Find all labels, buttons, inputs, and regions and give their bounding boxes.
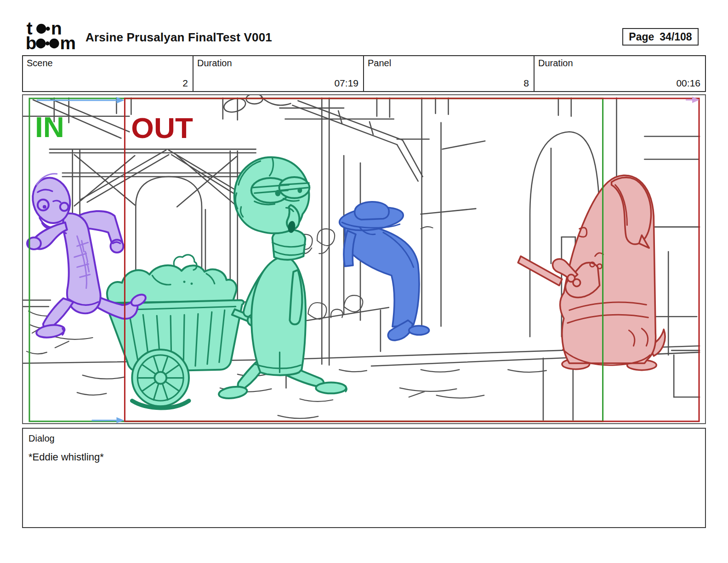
- dialog-text: *Eddie whistling*: [28, 451, 700, 463]
- out-label: OUT: [131, 112, 193, 145]
- logo-dot-large: [49, 39, 59, 48]
- scene-label: Scene: [27, 58, 53, 69]
- customer-figure-blue: [338, 202, 433, 340]
- camera-move-arrow-right: [686, 97, 700, 103]
- logo-dot-large: [36, 39, 46, 48]
- page-label: Page: [629, 31, 654, 43]
- project-title: Arsine Prusalyan FinalTest V001: [85, 30, 272, 45]
- panel-duration-cell: Duration 00:16: [535, 56, 705, 91]
- toonboom-logo-art: t n b m: [25, 21, 80, 51]
- dialog-label: Dialog: [28, 433, 700, 444]
- running-figure-purple: [27, 174, 148, 339]
- panel-duration-label: Duration: [538, 58, 573, 69]
- scene-duration-value: 07:19: [334, 78, 358, 89]
- page-indicator: Page 34/108: [622, 28, 699, 46]
- toonboom-logo: t n b m: [25, 21, 80, 51]
- storyboard-page: t n b m Arsine Prusalyan FinalTest V001 …: [0, 0, 728, 563]
- scene-duration-label: Duration: [197, 58, 232, 69]
- storyboard-panel: IN OUT: [22, 94, 706, 424]
- dialog-box: Dialog *Eddie whistling*: [22, 428, 706, 528]
- logo-dot-large: [36, 24, 46, 34]
- logo-dot-small: [46, 41, 50, 46]
- logo-letter-b: b: [26, 33, 37, 51]
- hooded-figure-pink: [518, 175, 665, 370]
- panel-value: 8: [523, 78, 529, 89]
- panel-cell: Panel 8: [364, 56, 535, 91]
- logo-letter-m: m: [60, 33, 76, 51]
- scene-duration-cell: Duration 07:19: [193, 56, 364, 91]
- in-label: IN: [35, 111, 64, 144]
- panel-info-table: Scene 2 Duration 07:19 Panel 8 Duration …: [22, 55, 706, 92]
- camera-frame-in: [29, 98, 603, 421]
- camera-move-arrow-bottom: [92, 417, 125, 423]
- storyboard-drawing: IN OUT: [23, 95, 705, 423]
- page-value: 34/108: [660, 31, 692, 43]
- panel-duration-value: 00:16: [676, 78, 700, 89]
- panel-label: Panel: [368, 58, 391, 69]
- scene-value: 2: [182, 78, 188, 89]
- logo-dot-small: [46, 27, 50, 31]
- cart: [106, 255, 260, 408]
- scene-cell: Scene 2: [23, 56, 193, 91]
